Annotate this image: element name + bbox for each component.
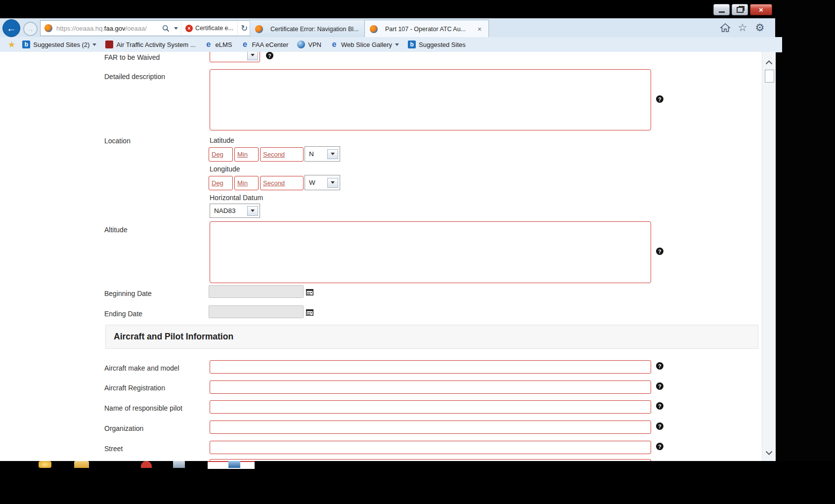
beginning-date-calendar-icon[interactable] xyxy=(305,288,314,296)
tab-title: Certificate Error: Navigation Bl... xyxy=(270,26,367,33)
favorites-star-icon[interactable]: ★ xyxy=(7,40,18,50)
latitude-label: Latitude xyxy=(210,136,234,144)
taskbar-icon-2[interactable] xyxy=(173,461,185,468)
horizontal-datum-select[interactable]: NAD83 xyxy=(210,204,260,218)
latitude-second-input[interactable]: Second xyxy=(260,147,304,162)
navigation-bar: ← → https://oeaaa.hq.faa.gov/oeaaa/ × Ce… xyxy=(0,18,775,37)
aircraft-registration-help-icon[interactable]: ? xyxy=(656,382,663,390)
atas-icon xyxy=(105,41,113,48)
select-dropdown-button[interactable] xyxy=(327,178,338,188)
scroll-up-arrow[interactable] xyxy=(762,56,776,69)
tab-close-button[interactable]: × xyxy=(476,25,483,33)
minimize-icon xyxy=(719,11,725,13)
min-placeholder: Min xyxy=(235,179,248,187)
favorites-item-air-traffic-activity-system[interactable]: Air Traffic Activity System ... xyxy=(101,37,200,52)
certificate-error-button[interactable]: × Certificate e... xyxy=(181,22,237,35)
latitude-direction-select[interactable]: N xyxy=(305,146,340,162)
aircraft-make-input[interactable] xyxy=(210,360,651,374)
tab-certificate-error[interactable]: Certificate Error: Navigation Bl... xyxy=(250,20,373,38)
far-to-be-waived-label: FAR to be Waived xyxy=(104,53,160,61)
taskbar-icon-1[interactable] xyxy=(39,461,51,468)
favorites-item-vpn[interactable]: VPN xyxy=(293,37,326,52)
altitude-help-icon[interactable]: ? xyxy=(656,248,663,255)
scroll-down-arrow[interactable] xyxy=(762,446,776,459)
minimize-button[interactable] xyxy=(713,4,730,15)
organization-help-icon[interactable]: ? xyxy=(656,422,663,430)
tab-favicon xyxy=(370,25,378,33)
longitude-min-input[interactable]: Min xyxy=(234,176,259,190)
ending-date-calendar-icon[interactable] xyxy=(305,308,314,317)
screen: × ← → https://oeaaa.hq.faa.gov/oeaaa/ × … xyxy=(0,0,835,504)
chevron-down-icon xyxy=(174,27,178,30)
altitude-textarea[interactable] xyxy=(210,221,651,283)
tab-part-107[interactable]: Part 107 - Operator ATC Au... × xyxy=(364,20,489,38)
longitude-second-input[interactable]: Second xyxy=(260,176,304,190)
favorites-button[interactable]: ☆ xyxy=(736,21,749,34)
url-path: /oeaaa/ xyxy=(126,25,147,32)
second-placeholder: Second xyxy=(261,179,285,187)
settings-gear-button[interactable]: ⚙ xyxy=(753,21,766,34)
address-bar[interactable]: https://oeaaa.hq.faa.gov/oeaaa/ × Certif… xyxy=(40,20,253,36)
back-button[interactable]: ← xyxy=(2,19,20,37)
detailed-description-label: Detailed description xyxy=(104,73,165,81)
section-header-text: Aircraft and Pilot Information xyxy=(114,332,233,342)
far-select[interactable] xyxy=(210,52,260,62)
organization-input[interactable] xyxy=(210,420,651,434)
longitude-direction-value: W xyxy=(305,179,327,186)
bing-icon: b xyxy=(22,41,30,48)
latitude-direction-value: N xyxy=(305,150,327,158)
aircraft-registration-input[interactable] xyxy=(210,380,651,394)
select-dropdown-button[interactable] xyxy=(247,52,258,60)
favorites-item-elms[interactable]: e eLMS xyxy=(200,37,237,52)
longitude-label: Longitude xyxy=(210,165,240,173)
second-placeholder: Second xyxy=(261,151,285,158)
window-controls: × xyxy=(713,4,772,15)
ending-date-label: Ending Date xyxy=(104,310,142,318)
address-dropdown-caret[interactable] xyxy=(171,22,181,35)
latitude-min-input[interactable]: Min xyxy=(234,147,259,162)
detailed-description-help-icon[interactable]: ? xyxy=(656,95,663,103)
forward-button[interactable]: → xyxy=(23,22,38,36)
pilot-name-input[interactable] xyxy=(210,400,651,414)
toolbar-icons: ☆ ⚙ xyxy=(719,21,766,35)
street-help-icon[interactable]: ? xyxy=(656,443,663,450)
longitude-deg-input[interactable]: Deg xyxy=(209,176,233,190)
refresh-button[interactable]: ↻ xyxy=(237,22,251,35)
home-button[interactable] xyxy=(719,21,732,34)
detailed-description-textarea[interactable] xyxy=(210,69,651,130)
far-help-icon[interactable]: ? xyxy=(266,52,273,59)
longitude-direction-select[interactable]: W xyxy=(305,175,340,190)
select-dropdown-button[interactable] xyxy=(327,149,338,159)
internet-explorer-icon: e xyxy=(330,41,338,48)
beginning-date-label: Beginning Date xyxy=(104,290,152,297)
favorites-item-suggested-sites[interactable]: b Suggested Sites xyxy=(403,37,470,52)
favorites-item-suggested-sites-2[interactable]: b Suggested Sites (2) xyxy=(18,37,101,52)
pilot-name-help-icon[interactable]: ? xyxy=(656,402,663,410)
aircraft-registration-label: Aircraft Registration xyxy=(104,384,165,392)
url-text[interactable]: https://oeaaa.hq.faa.gov/oeaaa/ xyxy=(56,25,161,32)
latitude-deg-input[interactable]: Deg xyxy=(209,147,233,162)
url-prefix: https://oeaaa.hq. xyxy=(56,25,104,32)
vertical-scrollbar[interactable] xyxy=(762,52,776,461)
favorites-item-label: Air Traffic Activity System ... xyxy=(116,41,195,48)
beginning-date-input[interactable] xyxy=(209,285,304,298)
close-window-button[interactable]: × xyxy=(750,4,772,15)
deg-placeholder: Deg xyxy=(209,151,223,158)
favorites-item-label: VPN xyxy=(308,41,321,48)
aircraft-make-help-icon[interactable]: ? xyxy=(656,362,663,370)
altitude-label: Altitude xyxy=(104,226,128,234)
taskbar-icon-red[interactable] xyxy=(141,461,152,468)
site-favicon xyxy=(44,24,52,32)
ending-date-input[interactable] xyxy=(209,305,304,318)
scrollbar-thumb[interactable] xyxy=(765,70,774,83)
taskbar-icon-3[interactable] xyxy=(228,461,240,468)
chevron-down-icon xyxy=(395,43,399,46)
taskbar-icon-folder[interactable] xyxy=(74,461,89,468)
street-input[interactable] xyxy=(210,441,651,454)
favorites-item-faa-ecenter[interactable]: e FAA eCenter xyxy=(237,37,293,52)
favorites-item-web-slice-gallery[interactable]: e Web Slice Gallery xyxy=(326,37,403,52)
select-dropdown-button[interactable] xyxy=(247,206,258,216)
restore-button[interactable] xyxy=(732,4,748,15)
chevron-down-icon xyxy=(331,153,335,155)
search-icon[interactable] xyxy=(161,22,171,35)
